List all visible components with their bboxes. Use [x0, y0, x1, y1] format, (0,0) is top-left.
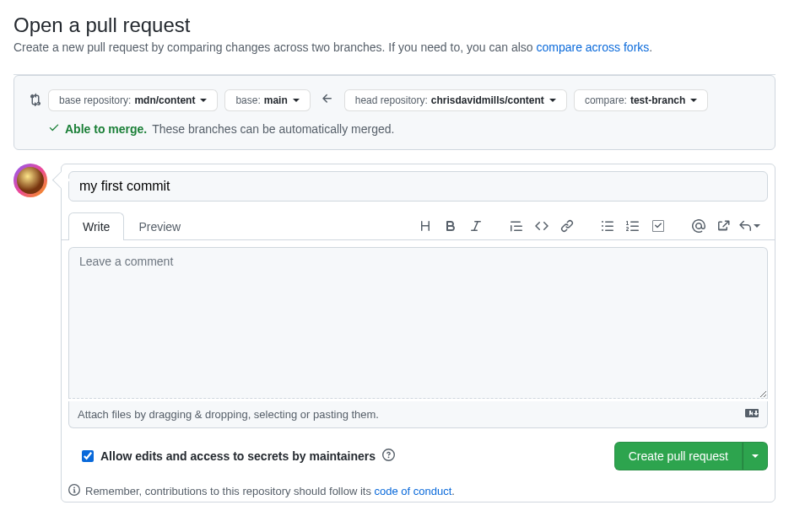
bold-icon[interactable]: [439, 214, 462, 238]
base-repo-value: mdn/content: [134, 94, 195, 106]
base-branch-value: main: [264, 94, 288, 106]
link-icon[interactable]: [555, 214, 579, 238]
attach-text: Attach files by dragging & dropping, sel…: [78, 408, 379, 421]
base-repo-select[interactable]: base repository: mdn/content: [48, 89, 218, 111]
check-icon: [48, 121, 60, 136]
coc-text: Remember, contributions to this reposito…: [85, 485, 455, 497]
merge-able-text: Able to merge.: [65, 122, 147, 136]
tab-preview[interactable]: Preview: [124, 212, 195, 240]
caret-down-icon: [200, 99, 207, 102]
ordered-list-icon[interactable]: [621, 214, 645, 238]
merge-status: Able to merge. These branches can be aut…: [48, 121, 761, 136]
compare-bar: base repository: mdn/content base: main …: [14, 75, 775, 150]
page-subtitle: Create a new pull request by comparing c…: [14, 40, 775, 54]
head-repo-select[interactable]: head repository: chrisdavidmills/content: [344, 89, 567, 111]
caret-down-icon: [549, 99, 556, 102]
info-icon: [68, 484, 80, 498]
compare-branch-value: test-branch: [630, 94, 685, 106]
pr-title-input[interactable]: [68, 171, 768, 202]
base-branch-label: base:: [235, 94, 260, 106]
caret-down-icon: [293, 99, 300, 102]
attach-file-bar[interactable]: Attach files by dragging & dropping, sel…: [68, 401, 768, 428]
markdown-toolbar: [400, 214, 768, 238]
tasklist-icon[interactable]: [646, 214, 670, 238]
coc-suffix: .: [451, 485, 455, 497]
git-compare-icon: [28, 93, 41, 109]
italic-icon[interactable]: [464, 214, 488, 238]
subtitle-prefix: Create a new pull request by comparing c…: [14, 40, 536, 54]
subtitle-suffix: .: [649, 40, 652, 54]
head-repo-label: head repository:: [355, 94, 428, 106]
mention-icon[interactable]: [687, 214, 711, 238]
base-branch-select[interactable]: base: main: [224, 89, 310, 111]
compare-across-forks-link[interactable]: compare across forks: [536, 40, 649, 54]
allow-edits-checkbox[interactable]: [82, 450, 94, 462]
cross-reference-icon[interactable]: [712, 214, 736, 238]
create-pull-request-button[interactable]: Create pull request: [614, 442, 743, 470]
page-title: Open a pull request: [14, 13, 775, 37]
arrow-left-icon: [317, 92, 338, 109]
help-icon[interactable]: [382, 449, 395, 464]
head-repo-value: chrisdavidmills/content: [431, 94, 544, 106]
merge-desc-text: These branches can be automatically merg…: [152, 122, 394, 136]
avatar[interactable]: [14, 164, 47, 197]
coc-prefix: Remember, contributions to this reposito…: [85, 485, 375, 497]
pr-form: Write Preview: [61, 164, 775, 502]
create-pull-request-dropdown[interactable]: [743, 442, 768, 470]
reply-icon[interactable]: [738, 214, 761, 238]
compare-branch-label: compare:: [585, 94, 627, 106]
base-repo-label: base repository:: [59, 94, 131, 106]
caret-down-icon: [752, 454, 759, 458]
code-icon[interactable]: [530, 214, 554, 238]
tab-write[interactable]: Write: [68, 212, 124, 240]
comment-textarea[interactable]: [68, 247, 768, 399]
code-of-conduct-link[interactable]: code of conduct: [375, 485, 452, 497]
markdown-icon[interactable]: [745, 406, 759, 422]
caret-down-icon: [690, 99, 697, 102]
compare-branch-select[interactable]: compare: test-branch: [574, 89, 708, 111]
heading-icon[interactable]: [413, 214, 437, 238]
allow-edits-label: Allow edits and access to secrets by mai…: [100, 449, 376, 463]
unordered-list-icon[interactable]: [596, 214, 619, 238]
quote-icon[interactable]: [505, 214, 528, 238]
